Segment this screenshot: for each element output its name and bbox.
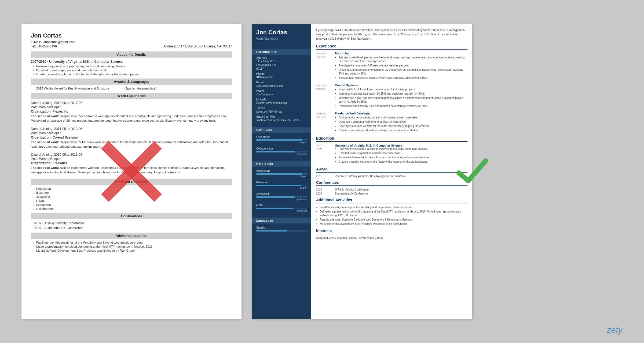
soft-skills-title: Soft Skills bbox=[252, 127, 311, 133]
skill-name-photoshop: Photoshop bbox=[256, 169, 307, 172]
edu-details: University of Virginia, M.S. in Computer… bbox=[335, 144, 430, 164]
activity-bullet: Delivered a presentation on cloud comput… bbox=[320, 210, 467, 217]
activity-item: Facilitate monthly meetings of the Webfi… bbox=[36, 241, 232, 244]
email-value: JonCortas@gmail.com bbox=[252, 84, 311, 90]
job-org-1: Organization: Flexor, Inc. bbox=[31, 110, 232, 113]
skill-label-javascript: Advanced bbox=[256, 198, 307, 201]
conf-entry-1: 2016 O'Reilly Velocity Conference bbox=[316, 188, 467, 191]
page-container: Jon Cortas E-Mail: Johncortas@gmail.com … bbox=[0, 8, 644, 335]
work-header: Work Experience bbox=[31, 93, 232, 99]
edu-dates: 2007 -2010 bbox=[316, 144, 332, 164]
conf-year-2: 2015 bbox=[316, 192, 332, 195]
languages-section: Languages Spanish bbox=[252, 216, 311, 235]
skill-item: Illustrator bbox=[36, 191, 232, 194]
html-skill: HTML Advanced bbox=[252, 203, 311, 214]
job-scope-2: The scope of work: Responsible for full … bbox=[31, 140, 232, 149]
left-contact-row: Tel: 310-242-0196 Address: 1417 Libby St… bbox=[31, 44, 232, 48]
experience-title: Experience bbox=[316, 44, 467, 50]
conf-header: Conferences bbox=[31, 213, 232, 219]
interests-text: Collecting Vinyls, Mountain biking, Play… bbox=[316, 236, 467, 239]
activity-bullet: Facilitate monthly meetings of the Webfi… bbox=[320, 206, 467, 209]
edu-bullet: Created a weekly column on the future of… bbox=[339, 160, 430, 164]
resume-sidebar: Jon Cortas Web Developer Personal Info A… bbox=[252, 24, 311, 319]
conf-item-1: 2016 - O'Reilly Velocity Conference bbox=[31, 221, 232, 225]
skill-name-leadership: Leadership bbox=[256, 135, 307, 139]
exp-bullet: Implemented Agile/Lean development proce… bbox=[339, 96, 467, 104]
languages-title: Languages bbox=[252, 218, 311, 223]
exp-bullet: Responsible for full stack web developme… bbox=[339, 88, 467, 91]
summary-text: Eye-poppingly prolific, full stack web d… bbox=[316, 28, 467, 41]
skill-label-html: Advanced bbox=[256, 210, 307, 212]
soft-skills-section: Soft Skills Leadership Expert Collaborat… bbox=[252, 125, 311, 159]
language-item: Spanish (intermediate) bbox=[125, 87, 156, 90]
skill-name-html: HTML bbox=[256, 204, 307, 207]
skill-name-illustrator: Illustrator bbox=[256, 181, 307, 184]
address-value: 1417 Libby StreetLos Angeles, CA90117 bbox=[252, 59, 311, 72]
skill-item: Javascript bbox=[36, 195, 232, 198]
conf-item-2: 2015 - Sustainable UX Conference bbox=[31, 226, 232, 230]
exp-bullet: Drove best practice implementation for 2… bbox=[339, 68, 467, 76]
conf-entry-2: 2015 Sustainable UX Conference bbox=[316, 192, 467, 195]
job-entry-3: Date of Joining: 2010-06 to 2011-05 Post… bbox=[31, 153, 232, 175]
bullet-item: Excelled in user experience and user int… bbox=[36, 69, 232, 72]
job-joining-2: Date of Joining: 2011-05 to 2013-06 bbox=[31, 127, 232, 131]
award-item: 2015 Webby Award for Best Navigation and… bbox=[36, 87, 109, 90]
left-tel: Tel: 310-242-0196 bbox=[31, 44, 57, 48]
academic-header: Academic Details bbox=[31, 51, 232, 58]
skill-bar-fill bbox=[256, 139, 302, 141]
activity-bullet: My article Web Development Best Practice… bbox=[320, 222, 467, 226]
conf-year-1: 2016 bbox=[316, 188, 332, 191]
exp-bullet: Built an ecommerce webapp to sell potty … bbox=[339, 116, 467, 120]
twitter-value: twitter.com/JonCortas bbox=[252, 110, 311, 115]
education-title: Education bbox=[316, 136, 467, 142]
edu-degree: University of Virginia, M.S. in Computer… bbox=[335, 144, 430, 147]
resume-good: Jon Cortas Web Developer Personal Info A… bbox=[252, 24, 472, 319]
left-email: E-Mail: Johncortas@gmail.com bbox=[31, 40, 232, 44]
exp-bullet: Developed a launch website for the Indie… bbox=[339, 124, 467, 128]
sidebar-header: Jon Cortas Web Developer bbox=[252, 24, 311, 47]
exp-dates-1: 2013-06 -2017-07 bbox=[316, 52, 332, 80]
exp-bullet: Increased customer satisfaction by 35% a… bbox=[339, 92, 467, 96]
skills-header: Hard and Soft Skills bbox=[31, 179, 232, 185]
bullet-item: Followed my passion of prototyping and c… bbox=[36, 65, 232, 68]
edu-bullet: Pursued a Generalist Scholars Program gr… bbox=[339, 156, 430, 159]
exp-company-2: Corend Systems bbox=[335, 84, 467, 87]
exp-bullet: Prototyped an average of 25 new product … bbox=[339, 64, 467, 68]
skill-item: HTML bbox=[36, 199, 232, 202]
degree-line: 2007-2010 - University of Virginia, M.S.… bbox=[31, 60, 232, 64]
www-label: WWW bbox=[252, 90, 311, 93]
skill-bar-fill-collab bbox=[256, 151, 295, 152]
activity-bullet: Regular attendee, Southern California We… bbox=[320, 218, 467, 222]
award-title: Award bbox=[316, 167, 467, 173]
hard-skills-section: Hard Skills Photoshop Expert Illustrator bbox=[252, 159, 311, 216]
zety-brand: zety bbox=[607, 325, 623, 335]
personal-info-section: Personal Info Address 1417 Libby StreetL… bbox=[252, 47, 311, 125]
exp-details-2: Corend Systems Responsible for full stac… bbox=[335, 84, 467, 109]
skill-label-photoshop: Expert bbox=[256, 175, 307, 178]
job-entry-1: Date of Joining: 2013-06 to 2017-07 Post… bbox=[31, 101, 232, 123]
edu-bullet: Excelled in user experience and user int… bbox=[339, 151, 430, 155]
exp-details-1: Flexor, Inc. Full stack web developer re… bbox=[335, 52, 467, 80]
skill-name-spanish: Spanish bbox=[256, 226, 307, 229]
job-joining-3: Date of Joining: 2010-06 to 2011-05 bbox=[31, 153, 232, 156]
skill-bar-bg-collab bbox=[256, 151, 307, 152]
main-content: Eye-poppingly prolific, full stack web d… bbox=[311, 24, 472, 319]
conf-name-1: O'Reilly Velocity Conference bbox=[335, 188, 369, 191]
collaboration-skill: Collaboration Advanced bbox=[252, 146, 311, 158]
exp-bullets-1: Full stack web developer responsible for… bbox=[335, 56, 467, 80]
linkedin-value: linkedin.com/in/JonCortas bbox=[252, 101, 311, 107]
www-value: JonCortas.com bbox=[252, 93, 311, 98]
award-entry: 2015 Received a Webby Award for Best Nav… bbox=[316, 175, 467, 178]
academic-bullets: Followed my passion of prototyping and c… bbox=[31, 65, 232, 76]
exp-dates-2: 2011-05 -2013-06 bbox=[316, 84, 332, 109]
linkedin-label: LinkedIn bbox=[252, 98, 311, 101]
spanish-skill: Spanish bbox=[252, 225, 311, 234]
skill-label-illustrator: Expert bbox=[256, 187, 307, 189]
exp-company-1: Flexor, Inc. bbox=[335, 52, 467, 55]
activities-header: Additonal activities bbox=[31, 233, 232, 239]
activity-item: My article Web Development Best Practice… bbox=[36, 249, 232, 252]
exp-bullets-2: Responsible for full stack web developme… bbox=[335, 88, 467, 108]
skill-bar-bg bbox=[256, 139, 307, 141]
skill-item: Photoshop bbox=[36, 187, 232, 190]
skill-label-leadership: Expert bbox=[256, 141, 307, 144]
